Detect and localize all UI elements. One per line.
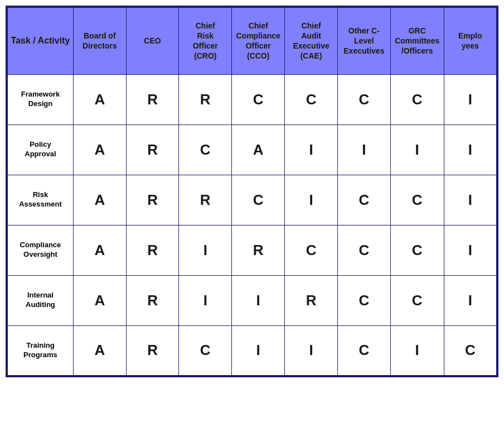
table-row: RiskAssessmentARRCICCI: [7, 175, 497, 225]
cell-r3-c5: C: [337, 225, 390, 275]
cell-r3-c0: A: [73, 225, 126, 275]
task-header: Task / Activity: [7, 7, 73, 74]
col-header-ceo: CEO: [126, 7, 179, 74]
row-label-4: InternalAuditing: [7, 275, 73, 325]
cell-r1-c7: I: [444, 124, 497, 175]
cell-r2-c1: R: [126, 175, 179, 225]
cell-r5-c2: C: [179, 325, 232, 376]
cell-r1-c2: C: [179, 124, 232, 175]
cell-r2-c6: C: [390, 175, 444, 225]
cell-r3-c6: C: [390, 225, 444, 275]
cell-r4-c7: I: [444, 275, 497, 325]
cell-r3-c1: R: [126, 225, 179, 275]
cell-r1-c4: I: [285, 124, 338, 175]
cell-r0-c2: R: [179, 74, 232, 124]
raci-table-wrapper: Task / Activity Board ofDirectors CEO Ch…: [6, 6, 498, 377]
cell-r2-c3: C: [232, 175, 285, 225]
table-row: TrainingProgramsARCIICIC: [7, 325, 497, 376]
cell-r0-c1: R: [126, 74, 179, 124]
cell-r0-c3: C: [232, 74, 285, 124]
row-label-0: FrameworkDesign: [7, 74, 73, 124]
header-row: Task / Activity Board ofDirectors CEO Ch…: [7, 7, 497, 74]
col-header-employees: Employees: [444, 7, 497, 74]
cell-r3-c4: C: [285, 225, 338, 275]
table-body: FrameworkDesignARRCCCCIPolicyApprovalARC…: [7, 74, 497, 376]
cell-r4-c3: I: [232, 275, 285, 325]
cell-r2-c7: I: [444, 175, 497, 225]
cell-r1-c6: I: [390, 124, 444, 175]
cell-r0-c5: C: [337, 74, 390, 124]
cell-r0-c7: I: [444, 74, 497, 124]
col-header-cro: ChiefRiskOfficer(CRO): [179, 7, 232, 74]
cell-r5-c6: I: [390, 325, 444, 376]
cell-r4-c1: R: [126, 275, 179, 325]
col-header-other: Other C-LevelExecutives: [337, 7, 390, 74]
cell-r5-c0: A: [73, 325, 126, 376]
row-label-3: ComplianceOversight: [7, 225, 73, 275]
cell-r0-c6: C: [390, 74, 444, 124]
cell-r4-c4: R: [285, 275, 338, 325]
col-header-grc: GRCCommittees/Officers: [390, 7, 444, 74]
col-header-cae: ChiefAuditExecutive(CAE): [285, 7, 338, 74]
cell-r5-c7: C: [444, 325, 497, 376]
cell-r0-c4: C: [285, 74, 338, 124]
cell-r2-c4: I: [285, 175, 338, 225]
cell-r4-c0: A: [73, 275, 126, 325]
row-label-2: RiskAssessment: [7, 175, 73, 225]
cell-r1-c5: I: [337, 124, 390, 175]
row-label-5: TrainingPrograms: [7, 325, 73, 376]
table-row: PolicyApprovalARCAIIII: [7, 124, 497, 175]
cell-r2-c2: R: [179, 175, 232, 225]
cell-r3-c7: I: [444, 225, 497, 275]
cell-r4-c2: I: [179, 275, 232, 325]
raci-table: Task / Activity Board ofDirectors CEO Ch…: [7, 7, 497, 376]
cell-r2-c5: C: [337, 175, 390, 225]
cell-r4-c5: C: [337, 275, 390, 325]
cell-r1-c1: R: [126, 124, 179, 175]
cell-r5-c1: R: [126, 325, 179, 376]
cell-r2-c0: A: [73, 175, 126, 225]
cell-r3-c3: R: [232, 225, 285, 275]
table-row: InternalAuditingARIIRCCI: [7, 275, 497, 325]
table-row: FrameworkDesignARRCCCCI: [7, 74, 497, 124]
cell-r5-c5: C: [337, 325, 390, 376]
table-row: ComplianceOversightARIRCCCI: [7, 225, 497, 275]
cell-r1-c3: A: [232, 124, 285, 175]
cell-r4-c6: C: [390, 275, 444, 325]
cell-r5-c3: I: [232, 325, 285, 376]
cell-r5-c4: I: [285, 325, 338, 376]
cell-r1-c0: A: [73, 124, 126, 175]
row-label-1: PolicyApproval: [7, 124, 73, 175]
cell-r0-c0: A: [73, 74, 126, 124]
cell-r3-c2: I: [179, 225, 232, 275]
col-header-board: Board ofDirectors: [73, 7, 126, 74]
col-header-cco: ChiefComplianceOfficer(CCO): [232, 7, 285, 74]
